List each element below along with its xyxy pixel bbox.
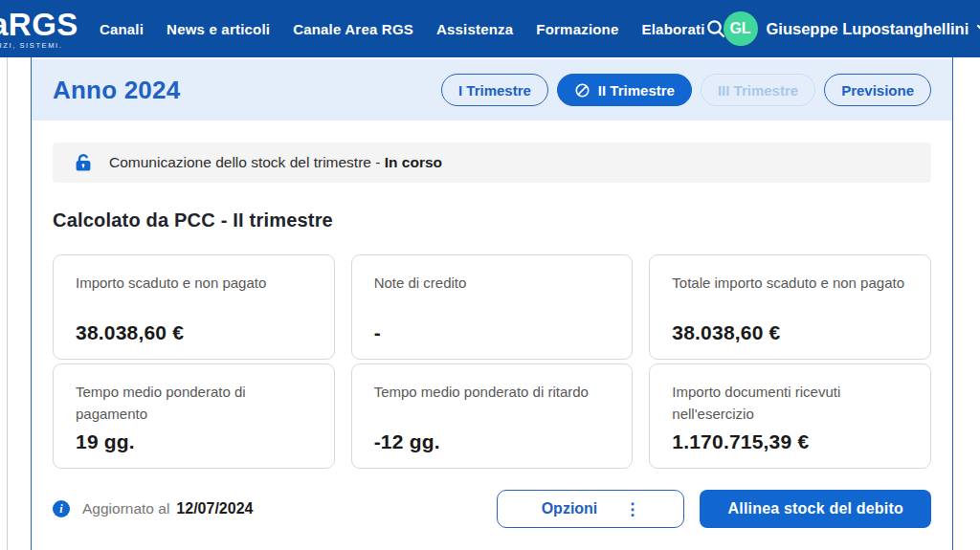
menu-item-assistenza[interactable]: Assistenza (436, 21, 513, 37)
card-note-di-credito: Note di credito - (351, 254, 634, 360)
rgs-logo[interactable]: aRGS VIZI, SISTEMI. (0, 9, 78, 50)
card-importo-scaduto: Importo scaduto e non pagato 38.038,60 € (53, 254, 335, 360)
tab-label: II Trimestre (598, 82, 675, 99)
navbar-right-group: GL Giuseppe Lupostanghellini (705, 11, 980, 46)
menu-item-elaborati[interactable]: Elaborati (642, 21, 705, 37)
status-banner: Comunicazione dello stock del trimestre … (53, 143, 931, 183)
menu-item-formazione[interactable]: Formazione (536, 21, 618, 37)
card-tempo-medio-pagamento: Tempo medio ponderato di pagamento 19 gg… (53, 363, 335, 469)
open-lock-icon (72, 151, 95, 174)
updated-date: 12/07/2024 (176, 500, 253, 517)
align-debt-stock-button[interactable]: Allinea stock del debito (700, 490, 931, 528)
tab-label: III Trimestre (718, 82, 798, 99)
card-value: 1.170.715,39 € (672, 430, 908, 453)
tab-iii-trimestre[interactable]: III Trimestre (701, 74, 815, 106)
card-label: Totale importo scaduto e non pagato (672, 272, 908, 294)
tab-i-trimestre[interactable]: I Trimestre (441, 74, 548, 106)
avatar[interactable]: GL (724, 11, 758, 46)
section-title: Calcolato da PCC - II trimestre (53, 209, 931, 231)
year-header: Anno 2024 I Trimestre II Trimestre III T… (32, 59, 952, 121)
updated-label: Aggiornato al (82, 500, 169, 517)
card-label: Tempo medio ponderato di pagamento (76, 381, 312, 426)
card-totale-importo-scaduto: Totale importo scaduto e non pagato 38.0… (649, 254, 931, 360)
tab-label: I Trimestre (458, 82, 531, 99)
footer-buttons: Opzioni ⋮ Allinea stock del debito (497, 490, 931, 528)
info-icon[interactable]: i (53, 500, 70, 517)
card-label: Importo scaduto e non pagato (76, 272, 312, 294)
tab-previsione[interactable]: Previsione (824, 74, 931, 106)
status-message: Comunicazione dello stock del trimestre … (109, 154, 380, 170)
rgs-logo-tagline: VIZI, SISTEMI. (0, 42, 78, 50)
menu-item-canali[interactable]: Canali (100, 21, 144, 37)
card-label: Note di credito (374, 272, 611, 294)
card-value: 38.038,60 € (76, 321, 312, 344)
card-value: 19 gg. (76, 430, 312, 453)
stock-panel: Anno 2024 I Trimestre II Trimestre III T… (31, 57, 953, 550)
card-label: Tempo medio ponderato di ritardo (374, 381, 611, 403)
menu-item-news-e-articoli[interactable]: News e articoli (167, 21, 270, 37)
rgs-logo-text: aRGS (0, 9, 78, 40)
main-menu: Canali News e articoli Canale Area RGS A… (100, 21, 705, 37)
slashed-circle-icon (574, 82, 590, 99)
quarter-tabs: I Trimestre II Trimestre III Trimestre P… (441, 74, 931, 106)
card-value: -12 gg. (374, 430, 611, 453)
options-label: Opzioni (542, 500, 598, 517)
top-navbar: aRGS VIZI, SISTEMI. Canali News e artico… (0, 0, 980, 57)
panel-content: Comunicazione dello stock del trimestre … (32, 143, 952, 528)
status-text: Comunicazione dello stock del trimestre … (109, 154, 442, 171)
left-divider (7, 57, 8, 550)
kebab-menu-icon: ⋮ (624, 501, 640, 517)
user-name[interactable]: Giuseppe Lupostanghellini (767, 20, 969, 38)
menu-item-canale-area-rgs[interactable]: Canale Area RGS (293, 21, 413, 37)
card-tempo-medio-ritardo: Tempo medio ponderato di ritardo -12 gg. (351, 363, 634, 469)
footer-actions-row: i Aggiornato al 12/07/2024 Opzioni ⋮ All… (53, 490, 931, 528)
tab-ii-trimestre[interactable]: II Trimestre (557, 74, 692, 106)
page-title: Anno 2024 (53, 76, 180, 105)
tab-label: Previsione (841, 82, 914, 99)
card-value: - (374, 321, 611, 344)
card-label: Importo documenti ricevuti nell'esercizi… (672, 381, 908, 426)
card-value: 38.038,60 € (672, 321, 908, 344)
kpi-cards-grid: Importo scaduto e non pagato 38.038,60 €… (53, 254, 931, 469)
chevron-down-icon[interactable] (974, 19, 980, 38)
card-importo-documenti-ricevuti: Importo documenti ricevuti nell'esercizi… (649, 363, 931, 469)
status-badge: In corso (385, 154, 442, 170)
options-button[interactable]: Opzioni ⋮ (497, 490, 684, 528)
